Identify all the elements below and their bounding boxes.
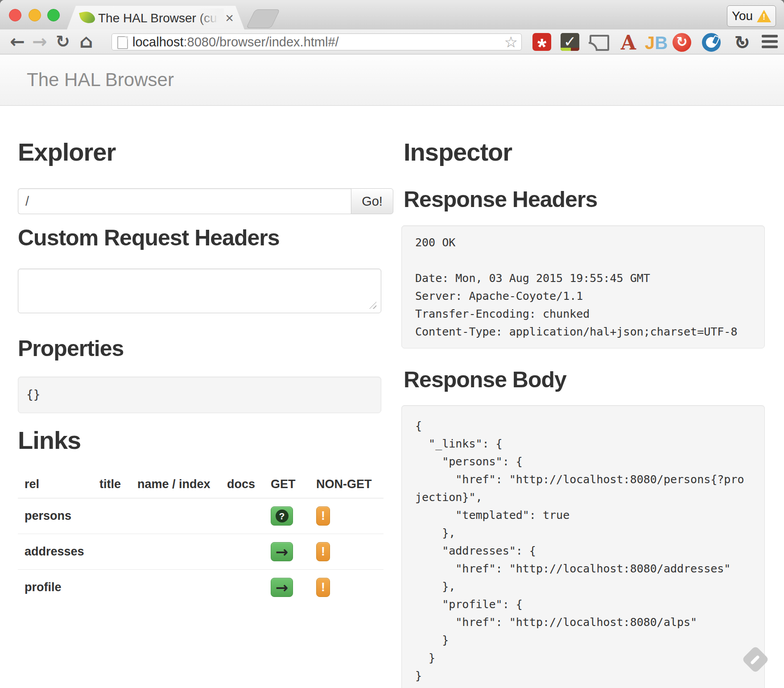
links-table: rel title name / index docs GET NON-GET … bbox=[18, 473, 384, 605]
links-heading: Links bbox=[18, 426, 81, 455]
tab-close-icon[interactable]: × bbox=[225, 10, 234, 25]
forward-button[interactable]: → bbox=[29, 30, 50, 53]
reload-button[interactable]: ↻ bbox=[53, 30, 73, 53]
home-button[interactable]: ⌂ bbox=[76, 30, 96, 53]
custom-headers-textarea[interactable] bbox=[18, 269, 381, 313]
tab-strip: The HAL Browser (customiz × You ! bbox=[0, 0, 784, 29]
non-get-button[interactable]: ! bbox=[316, 578, 330, 597]
browser-toolbar: ← → ↻ ⌂ localhost:8080/browser/index.htm… bbox=[0, 29, 784, 54]
properties-value: {} bbox=[18, 377, 381, 412]
path-input[interactable] bbox=[18, 188, 351, 214]
new-tab-button[interactable] bbox=[246, 9, 280, 28]
jetbrains-extension-icon[interactable]: JB bbox=[645, 33, 667, 51]
back-button[interactable]: ← bbox=[7, 30, 28, 53]
page-content: Explorer Go! Custom Request Headers Prop… bbox=[0, 106, 784, 688]
active-tab[interactable]: The HAL Browser (customiz × bbox=[67, 6, 244, 29]
bookmark-star-icon[interactable]: ☆ bbox=[504, 33, 518, 50]
tab-title-fade bbox=[196, 8, 224, 28]
properties-well: {} bbox=[18, 377, 381, 413]
arrow-right-icon: → bbox=[276, 544, 289, 560]
rel-label: persons bbox=[18, 498, 93, 534]
response-headers-well: 200 OK Date: Mon, 03 Aug 2015 19:55:45 G… bbox=[401, 225, 765, 348]
non-get-button[interactable]: ! bbox=[316, 506, 330, 526]
go-button[interactable]: Go! bbox=[351, 188, 393, 214]
col-title: title bbox=[93, 473, 131, 498]
close-window-button[interactable] bbox=[9, 9, 21, 21]
custom-request-headers-heading: Custom Request Headers bbox=[18, 225, 280, 251]
table-row-addresses: addresses → ! bbox=[18, 534, 384, 570]
checkmark-extension-icon[interactable]: ✓ bbox=[561, 33, 579, 51]
page-title: The HAL Browser bbox=[27, 54, 174, 105]
rel-label: profile bbox=[18, 570, 93, 605]
question-icon: ? bbox=[276, 510, 289, 522]
response-body-well: { "_links": { "persons": { "href": "http… bbox=[401, 405, 765, 688]
response-headers-text: 200 OK Date: Mon, 03 Aug 2015 19:55:45 G… bbox=[402, 226, 764, 349]
blue-circle-extension-icon[interactable] bbox=[702, 33, 721, 52]
response-headers-heading: Response Headers bbox=[404, 187, 597, 212]
links-table-header: rel title name / index docs GET NON-GET bbox=[18, 473, 384, 498]
col-rel: rel bbox=[18, 473, 93, 498]
sync-extension-icon[interactable]: ↻ bbox=[733, 33, 751, 51]
explorer-heading: Explorer bbox=[18, 137, 116, 166]
non-get-button[interactable]: ! bbox=[316, 542, 330, 561]
chromecast-extension-icon[interactable] bbox=[589, 33, 608, 51]
col-docs: docs bbox=[220, 473, 264, 498]
response-body-text: { "_links": { "persons": { "href": "http… bbox=[402, 406, 764, 688]
url-host: localhost bbox=[132, 35, 183, 49]
explorer-input-group: Go! bbox=[18, 188, 393, 214]
url-text: localhost:8080/browser/index.html#/ bbox=[132, 34, 339, 50]
col-get: GET bbox=[264, 473, 309, 498]
url-bar[interactable]: localhost:8080/browser/index.html#/ ☆ bbox=[111, 33, 522, 50]
col-non-get: NON-GET bbox=[309, 473, 384, 498]
letter-a-extension-icon[interactable]: A bbox=[619, 33, 638, 51]
arrow-right-icon: → bbox=[276, 580, 289, 595]
lastpass-extension-icon[interactable]: * bbox=[532, 33, 551, 51]
profile-button[interactable]: You ! bbox=[727, 5, 776, 27]
inspector-heading: Inspector bbox=[404, 137, 512, 166]
response-body-heading: Response Body bbox=[404, 367, 566, 393]
get-follow-button[interactable]: → bbox=[271, 578, 293, 597]
warning-icon: ! bbox=[757, 10, 771, 22]
chrome-menu-icon[interactable] bbox=[762, 35, 778, 49]
rel-label: addresses bbox=[18, 534, 93, 569]
get-docs-button[interactable]: ? bbox=[271, 506, 293, 526]
get-follow-button[interactable]: → bbox=[271, 542, 293, 561]
hal-navbar: The HAL Browser bbox=[0, 54, 784, 106]
profile-label: You bbox=[732, 9, 753, 23]
table-row-persons: persons ? ! bbox=[18, 498, 384, 534]
url-path: :8080/browser/index.html#/ bbox=[183, 35, 338, 49]
browser-window: The HAL Browser (customiz × You ! ← → ↻ … bbox=[0, 0, 784, 688]
refresh-extension-icon[interactable]: ↻ bbox=[673, 33, 691, 52]
minimize-window-button[interactable] bbox=[29, 9, 41, 21]
properties-heading: Properties bbox=[18, 336, 124, 361]
spring-leaf-favicon bbox=[79, 10, 96, 25]
fullscreen-window-button[interactable] bbox=[47, 9, 60, 21]
col-name-index: name / index bbox=[131, 473, 220, 498]
page-icon bbox=[117, 36, 128, 49]
table-row-profile: profile → ! bbox=[18, 570, 384, 605]
